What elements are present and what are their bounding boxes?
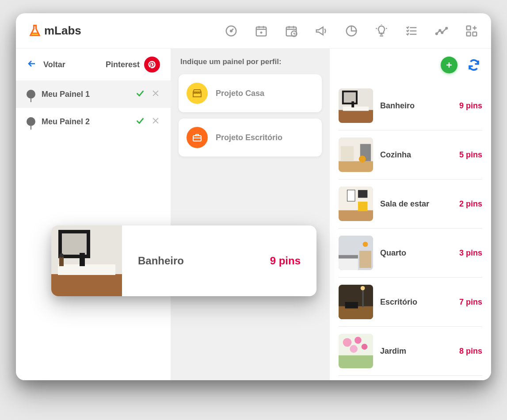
widgets-icon[interactable] — [465, 24, 479, 38]
svg-point-52 — [59, 253, 64, 258]
board-list: Banheiro 9 pins Cozinha 5 pins Sala de e… — [339, 81, 482, 376]
svg-point-7 — [441, 31, 443, 33]
logo-flask-icon — [28, 24, 42, 38]
lightbulb-icon[interactable] — [374, 24, 389, 38]
board-thumb — [339, 236, 373, 270]
right-column: Banheiro 9 pins Cozinha 5 pins Sala de e… — [330, 49, 491, 380]
board-item-escritorio[interactable]: Escritório 7 pins — [339, 278, 482, 327]
back-button[interactable] — [27, 58, 37, 71]
board-pins: 8 pins — [459, 347, 482, 356]
svg-rect-15 — [344, 92, 356, 103]
megaphone-icon[interactable] — [314, 24, 328, 38]
pie-chart-icon[interactable] — [344, 24, 358, 38]
board-item-banheiro[interactable]: Banheiro 9 pins — [339, 81, 482, 130]
calendar-plus-icon[interactable] — [254, 24, 268, 38]
svg-rect-18 — [351, 101, 354, 107]
back-label: Voltar — [43, 60, 65, 69]
trend-icon[interactable] — [435, 24, 449, 38]
pin-icon — [27, 117, 35, 126]
svg-rect-32 — [359, 251, 371, 268]
board-pins: 3 pins — [459, 248, 482, 258]
svg-rect-49 — [58, 264, 115, 275]
app-body: Voltar Pinterest Meu Painel 1 — [16, 49, 491, 380]
add-button[interactable] — [441, 57, 457, 73]
svg-rect-28 — [358, 190, 367, 198]
svg-point-33 — [363, 242, 368, 247]
svg-point-41 — [355, 337, 362, 344]
svg-rect-47 — [62, 233, 87, 255]
panel-item-1[interactable]: Meu Painel 1 — [16, 80, 171, 108]
middle-title: Indique um painel por perfil: — [179, 57, 322, 66]
svg-point-6 — [439, 29, 441, 31]
board-thumb — [339, 88, 373, 123]
board-thumb — [339, 137, 373, 172]
board-pins: 5 pins — [459, 150, 482, 160]
briefcase-icon — [187, 127, 208, 148]
board-pins: 2 pins — [459, 199, 482, 209]
svg-rect-50 — [80, 253, 85, 266]
board-name: Jardim — [380, 347, 452, 356]
panel-item-2[interactable]: Meu Painel 2 — [16, 108, 171, 135]
board-item-jardim[interactable]: Jardim 8 pins — [339, 327, 482, 376]
network-label: Pinterest — [106, 60, 140, 69]
board-item-cozinha[interactable]: Cozinha 5 pins — [339, 130, 482, 179]
board-thumb — [339, 285, 373, 319]
right-actions — [339, 57, 482, 73]
svg-point-38 — [361, 286, 365, 290]
nav-icons — [224, 24, 479, 38]
board-pins: 9 pins — [459, 101, 482, 111]
board-name: Sala de estar — [380, 199, 452, 209]
project-card-escritorio[interactable]: Projeto Escritório — [179, 118, 322, 157]
svg-rect-10 — [467, 32, 471, 36]
featured-thumb — [51, 225, 122, 296]
svg-point-42 — [350, 345, 358, 353]
panel-label: Meu Painel 1 — [42, 90, 129, 99]
svg-rect-25 — [339, 210, 373, 221]
svg-point-8 — [446, 27, 447, 29]
checklist-icon[interactable] — [404, 24, 419, 38]
brand-logo[interactable]: mLabs — [28, 24, 81, 38]
svg-point-5 — [436, 33, 438, 34]
brand-text: mLabs — [44, 24, 81, 38]
check-icon[interactable] — [135, 116, 145, 127]
svg-rect-31 — [339, 255, 358, 259]
board-pins: 7 pins — [459, 298, 482, 307]
sidebar: Voltar Pinterest Meu Painel 1 — [16, 49, 171, 380]
refresh-button[interactable] — [465, 57, 482, 73]
board-name: Banheiro — [380, 101, 452, 111]
app-header: mLabs — [16, 13, 491, 49]
board-thumb — [339, 334, 373, 368]
svg-rect-20 — [339, 161, 373, 172]
board-name: Quarto — [380, 248, 452, 258]
project-card-casa[interactable]: Projeto Casa — [179, 74, 322, 112]
project-label: Projeto Escritório — [216, 133, 282, 142]
board-item-quarto[interactable]: Quarto 3 pins — [339, 229, 482, 278]
panel-list: Meu Painel 1 Meu Painel 2 — [16, 80, 171, 135]
svg-point-40 — [343, 338, 352, 347]
svg-point-1 — [230, 30, 232, 32]
pin-icon — [27, 90, 35, 99]
sidebar-header: Voltar Pinterest — [16, 49, 171, 80]
pinterest-icon — [144, 57, 160, 73]
app-window: mLabs — [16, 13, 491, 380]
board-thumb — [339, 187, 373, 221]
storefront-icon — [187, 83, 208, 104]
board-item-sala[interactable]: Sala de estar 2 pins — [339, 179, 482, 229]
svg-rect-9 — [467, 26, 471, 30]
calendar-clock-icon[interactable] — [284, 24, 298, 38]
svg-rect-44 — [339, 355, 373, 368]
svg-rect-27 — [358, 202, 367, 211]
svg-rect-48 — [51, 274, 122, 296]
svg-point-43 — [362, 344, 368, 350]
svg-rect-11 — [473, 32, 477, 36]
svg-rect-16 — [339, 110, 373, 123]
panel-label: Meu Painel 2 — [42, 117, 129, 126]
featured-name: Banheiro — [138, 255, 184, 267]
board-name: Cozinha — [380, 150, 452, 160]
project-label: Projeto Casa — [216, 89, 264, 98]
gauge-icon[interactable] — [224, 24, 238, 38]
featured-board-card[interactable]: Banheiro 9 pins — [51, 225, 316, 296]
close-icon[interactable] — [151, 116, 160, 127]
close-icon[interactable] — [151, 89, 160, 99]
check-icon[interactable] — [135, 88, 145, 100]
